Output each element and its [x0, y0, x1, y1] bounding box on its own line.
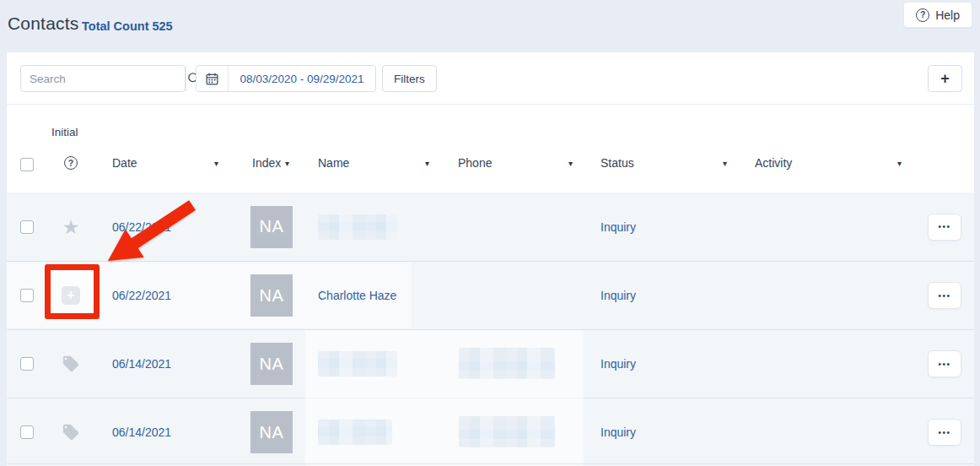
filters-button[interactable]: Filters	[382, 65, 437, 92]
row-checkbox[interactable]	[20, 425, 34, 439]
date-range-value: 08/03/2020 - 09/29/2021	[229, 73, 375, 85]
row-actions-button[interactable]: •••	[928, 282, 961, 309]
status-badge: Inquiry	[600, 220, 636, 234]
initial-column-label: Initial	[51, 126, 78, 138]
help-button-label: Help	[935, 8, 960, 22]
avatar: NA	[250, 411, 293, 453]
column-header-phone[interactable]: Phone	[458, 156, 492, 170]
table-body: ★ 06/22/2021 NA Inquiry ••• + 06/22/2021…	[7, 192, 974, 466]
redacted-phone	[459, 348, 555, 379]
row-checkbox[interactable]	[20, 220, 34, 234]
table-row[interactable]: ★ 06/22/2021 NA Inquiry •••	[7, 192, 974, 261]
status-badge: Inquiry	[600, 425, 636, 439]
index-sort-caret-icon[interactable]: ▾	[285, 159, 289, 168]
name-sort-caret-icon[interactable]: ▾	[425, 159, 429, 168]
redacted-name	[318, 214, 397, 240]
redacted-phone	[459, 416, 555, 447]
row-divider	[7, 463, 974, 464]
status-badge: Inquiry	[600, 357, 636, 371]
initial-help-icon[interactable]: ?	[64, 156, 78, 170]
column-header-index[interactable]: Index	[252, 156, 281, 170]
redacted-name	[318, 351, 397, 377]
date-sort-caret-icon[interactable]: ▾	[214, 159, 218, 168]
calendar-icon	[197, 66, 229, 91]
column-header-activity[interactable]: Activity	[755, 156, 792, 170]
avatar: NA	[250, 274, 293, 317]
contact-name-link[interactable]: Charlotte Haze	[318, 289, 396, 302]
contacts-card: 08/03/2020 - 09/29/2021 Filters + Initia…	[7, 52, 974, 466]
page-title: Contacts	[8, 14, 78, 34]
search-box	[20, 65, 186, 92]
phone-sort-caret-icon[interactable]: ▾	[568, 159, 573, 168]
row-actions-button[interactable]: •••	[928, 419, 961, 446]
table-header: Initial ? Date ▾ Index ▾ Name ▾ Phone ▾ …	[7, 105, 974, 192]
tag-icon[interactable]	[62, 423, 80, 442]
select-all-checkbox[interactable]	[20, 158, 34, 171]
row-date[interactable]: 06/14/2021	[112, 357, 171, 371]
date-range-picker[interactable]: 08/03/2020 - 09/29/2021	[196, 65, 376, 92]
row-date[interactable]: 06/22/2021	[112, 289, 171, 302]
add-contact-button[interactable]: +	[928, 65, 962, 92]
add-initial-icon[interactable]: +	[62, 286, 80, 305]
activity-sort-caret-icon[interactable]: ▾	[897, 159, 902, 168]
row-checkbox[interactable]	[20, 357, 34, 371]
redacted-name	[318, 420, 392, 445]
row-actions-button[interactable]: •••	[928, 350, 961, 377]
avatar: NA	[250, 343, 293, 385]
total-count-label: Total Count 525	[82, 19, 173, 33]
row-checkbox[interactable]	[20, 289, 34, 302]
status-sort-caret-icon[interactable]: ▾	[723, 159, 727, 168]
star-icon[interactable]: ★	[62, 215, 80, 237]
row-date[interactable]: 06/14/2021	[112, 425, 171, 439]
column-header-status[interactable]: Status	[600, 156, 634, 170]
column-header-name[interactable]: Name	[318, 156, 349, 170]
search-input[interactable]	[21, 66, 186, 91]
row-actions-button[interactable]: •••	[928, 214, 961, 241]
help-circle-icon: ?	[916, 8, 929, 22]
help-button[interactable]: ? Help	[903, 2, 972, 28]
avatar: NA	[250, 206, 293, 248]
column-header-date[interactable]: Date	[112, 156, 137, 170]
tag-icon[interactable]	[62, 355, 80, 373]
row-date[interactable]: 06/22/2021	[112, 220, 171, 234]
toolbar: 08/03/2020 - 09/29/2021 Filters +	[7, 52, 974, 105]
status-badge: Inquiry	[600, 289, 636, 302]
